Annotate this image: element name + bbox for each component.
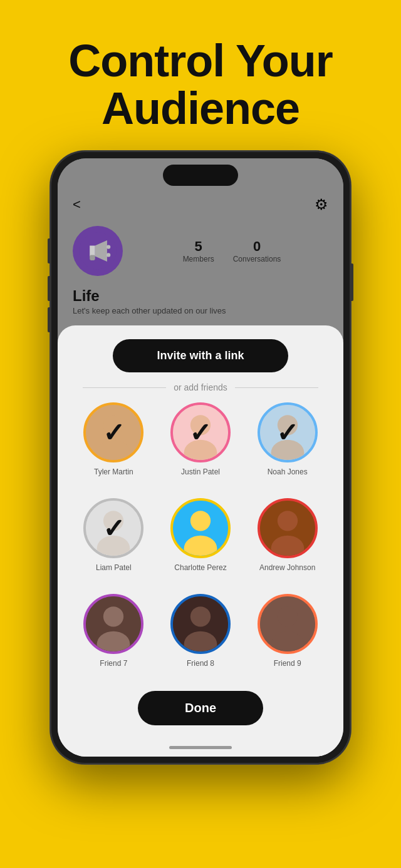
done-button[interactable]: Done <box>138 691 263 725</box>
friend-name: Andrew Johnson <box>259 563 315 572</box>
checkmark-icon: ✓ <box>260 405 315 460</box>
or-divider: or add friends <box>58 372 343 402</box>
invite-btn-wrap: Invite with a link <box>58 325 343 372</box>
svg-point-19 <box>190 511 211 531</box>
back-button[interactable]: < <box>73 197 81 213</box>
divider-line-left <box>83 387 166 388</box>
done-btn-wrap: Done <box>58 683 343 738</box>
friend-name: Tyler Martin <box>94 467 133 476</box>
app-header: < ⚙ <box>58 190 343 220</box>
home-indicator <box>58 738 343 757</box>
friend-name: Charlotte Perez <box>174 563 226 572</box>
checkmark-icon: ✓ <box>86 501 141 556</box>
friend-avatar: ✓ <box>170 402 231 462</box>
phone-screen: < ⚙ 5 <box>58 158 343 757</box>
friend-item[interactable]: Charlotte Perez <box>157 498 244 588</box>
friend-item[interactable]: Friend 7 <box>70 594 157 683</box>
headline-text: Control Your Audience <box>0 38 401 132</box>
channel-description: Let's keep each other updated on our liv… <box>73 306 328 315</box>
svg-point-22 <box>278 511 298 531</box>
friend-name: Friend 7 <box>100 659 127 668</box>
svg-rect-3 <box>90 255 95 261</box>
channel-avatar <box>73 226 123 276</box>
channel-stats: 5 Members 0 Conversations <box>135 238 328 263</box>
members-stat: 5 Members <box>183 238 214 263</box>
checkmark-icon: ✓ <box>86 405 141 460</box>
svg-point-28 <box>190 606 211 626</box>
friend-item[interactable]: ✓Justin Patel <box>157 402 244 492</box>
friend-name: Liam Patel <box>96 563 132 572</box>
conversations-stat: 0 Conversations <box>233 238 281 263</box>
conversations-label: Conversations <box>233 255 281 263</box>
friend-avatar <box>83 594 143 654</box>
friend-item[interactable]: ✓Noah Jones <box>244 402 331 492</box>
svg-point-31 <box>278 606 298 626</box>
divider-line-right <box>235 387 318 388</box>
bottom-sheet: Invite with a link or add friends ✓Tyler… <box>58 325 343 757</box>
phone-wrapper: < ⚙ 5 <box>0 151 401 764</box>
channel-info: 5 Members 0 Conversations <box>58 220 343 287</box>
friend-item[interactable]: Friend 8 <box>157 594 244 683</box>
headline: Control Your Audience <box>0 0 401 151</box>
or-text: or add friends <box>174 382 227 392</box>
friend-avatar: ✓ <box>83 402 143 462</box>
svg-point-4 <box>107 245 110 249</box>
dynamic-island <box>163 165 238 186</box>
settings-icon[interactable]: ⚙ <box>315 196 328 213</box>
members-label: Members <box>183 255 214 263</box>
svg-point-25 <box>103 606 123 626</box>
channel-name-section: Life Let's keep each other updated on ou… <box>58 287 343 325</box>
friend-name: Noah Jones <box>268 467 308 476</box>
checkmark-icon: ✓ <box>173 405 228 460</box>
invite-link-button[interactable]: Invite with a link <box>113 339 288 372</box>
members-count: 5 <box>183 238 214 255</box>
friend-item[interactable]: Friend 9 <box>244 594 331 683</box>
friend-name: Friend 8 <box>187 659 214 668</box>
friend-avatar <box>258 498 318 558</box>
friend-avatar <box>258 594 318 654</box>
friend-item[interactable]: ✓Tyler Martin <box>70 402 157 492</box>
friend-avatar <box>170 594 231 654</box>
friend-name: Friend 9 <box>274 659 301 668</box>
friends-grid: ✓Tyler Martin ✓Justin Patel ✓Noah Jones … <box>58 402 343 683</box>
megaphone-icon <box>78 231 118 271</box>
friend-name: Justin Patel <box>181 467 220 476</box>
conversations-count: 0 <box>233 238 281 255</box>
svg-point-5 <box>107 253 110 257</box>
phone-frame: < ⚙ 5 <box>50 151 351 764</box>
friend-avatar: ✓ <box>258 402 318 462</box>
friend-item[interactable]: Andrew Johnson <box>244 498 331 588</box>
friend-avatar: ✓ <box>83 498 143 558</box>
home-bar <box>169 746 232 749</box>
channel-name: Life <box>73 287 328 305</box>
friend-avatar <box>170 498 231 558</box>
svg-marker-1 <box>90 246 95 257</box>
friend-item[interactable]: ✓Liam Patel <box>70 498 157 588</box>
